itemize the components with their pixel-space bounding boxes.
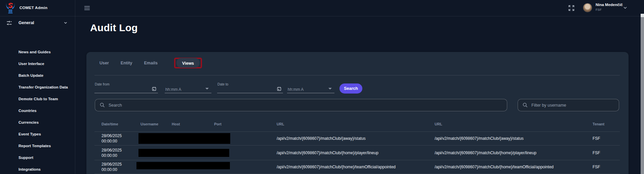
cell-tenant: FSF bbox=[593, 165, 600, 169]
tab-views-label: Views bbox=[182, 61, 194, 66]
cell-date-time: 28/06/202500:00:00 bbox=[102, 162, 122, 172]
col-username: Username bbox=[140, 122, 158, 126]
tab-views[interactable]: Views bbox=[176, 58, 200, 68]
date-to-label: Date to bbox=[217, 82, 228, 86]
sidebar-item-demote-club-to-team[interactable]: Demote Club to Team bbox=[0, 93, 75, 105]
redacted-username-host bbox=[136, 162, 230, 169]
tab-entity[interactable]: Entity bbox=[121, 61, 132, 65]
chevron-down-icon bbox=[63, 20, 68, 25]
brand-title: COMET Admin bbox=[19, 6, 47, 10]
sidebar-item-user-interface[interactable]: User Interface bbox=[0, 58, 75, 70]
date-to-field[interactable]: Date to bbox=[217, 82, 283, 93]
cell-url: /api/v2/match/{6098607}/matchClub/{home}… bbox=[277, 151, 378, 155]
col-tenant: Tenant bbox=[593, 122, 604, 126]
sidebar-menu: News and Guides User Interface Batch Upd… bbox=[0, 46, 75, 174]
fullscreen-icon[interactable] bbox=[568, 5, 575, 11]
sidebar-item-batch-update[interactable]: Batch Update bbox=[0, 70, 75, 81]
username-filter-input[interactable] bbox=[531, 99, 616, 111]
col-port: Port bbox=[214, 122, 222, 126]
sidebar-item-transfer-organization-data[interactable]: Transfer Organization Data bbox=[0, 81, 75, 93]
search-input[interactable] bbox=[109, 99, 504, 111]
col-host: Host bbox=[172, 122, 180, 126]
cell-tenant: FSF bbox=[593, 136, 600, 141]
sidebar-item-event-types[interactable]: Event Types bbox=[0, 128, 75, 140]
redacted-username-host bbox=[138, 149, 229, 157]
dropdown-arrow-icon[interactable] bbox=[205, 88, 209, 90]
col-url: URL bbox=[277, 122, 284, 126]
app-window: COMET Admin Nina Medenčič FSF bbox=[0, 0, 644, 174]
dropdown-arrow-icon[interactable] bbox=[328, 88, 332, 90]
sidebar-item-support[interactable]: Support bbox=[0, 152, 75, 164]
tab-user[interactable]: User bbox=[99, 61, 109, 65]
tabs-divider bbox=[94, 75, 620, 75]
sidebar-item-integrations[interactable]: Integrations bbox=[0, 164, 75, 174]
search-icon bbox=[99, 102, 105, 108]
sidebar-item-report-templates[interactable]: Report Templates bbox=[0, 140, 75, 152]
page-scrollbar[interactable] bbox=[641, 14, 644, 174]
username-filter-box[interactable] bbox=[518, 99, 619, 111]
col-url-2: URL bbox=[435, 122, 442, 126]
tab-bar: User Entity Emails Views bbox=[99, 56, 202, 70]
sidebar-item-countries[interactable]: Countries bbox=[0, 105, 75, 117]
cell-tenant: FSF bbox=[593, 151, 600, 155]
sidebar: General News and Guides User Interface B… bbox=[0, 16, 75, 174]
date-from-label: Date from bbox=[95, 82, 110, 86]
tab-emails[interactable]: Emails bbox=[144, 61, 158, 65]
cell-date-time: 28/06/202500:00:00 bbox=[102, 133, 122, 144]
time-to-field[interactable] bbox=[287, 82, 334, 93]
calendar-icon[interactable] bbox=[152, 86, 157, 92]
table-header: Date/time Username Host Port URL URL Ten… bbox=[94, 119, 620, 131]
avatar[interactable] bbox=[583, 3, 592, 12]
date-from-field[interactable]: Date from bbox=[94, 82, 158, 93]
user-name: Nina Medenčič bbox=[596, 3, 623, 7]
cell-url-2: /api/v2/match/{6098607}/matchClub/{away}… bbox=[435, 136, 524, 141]
cell-url: /api/v2/match/{6098607}/matchClub/{home}… bbox=[277, 165, 396, 169]
page-title: Audit Log bbox=[90, 22, 138, 34]
user-org: FSF bbox=[596, 8, 602, 11]
cell-url-2: /api/v2/match/{6098607}/matchClub/{home}… bbox=[435, 165, 554, 169]
top-bar: COMET Admin Nina Medenčič FSF bbox=[0, 0, 644, 16]
time-from-input[interactable] bbox=[165, 87, 199, 92]
annotation-highlight-box: Views bbox=[174, 58, 202, 68]
calendar-icon[interactable] bbox=[277, 86, 282, 92]
sidebar-divider bbox=[75, 0, 75, 174]
scrollbar-thumb[interactable] bbox=[641, 17, 644, 174]
cell-url: /api/v2/match/{6098607}/matchClub/{away}… bbox=[277, 136, 366, 141]
sidebar-item-currencies[interactable]: Currencies bbox=[0, 117, 75, 128]
menu-icon[interactable] bbox=[84, 5, 90, 11]
search-icon bbox=[522, 102, 528, 108]
chevron-down-icon[interactable] bbox=[622, 5, 628, 10]
sidebar-section-label: General bbox=[18, 20, 34, 25]
comet-logo-icon bbox=[5, 2, 16, 14]
cell-date-time: 28/06/202500:00:00 bbox=[102, 148, 122, 158]
col-date-time: Date/time bbox=[102, 122, 118, 126]
table-row[interactable]: 28/06/202500:00:00 /api/v2/match/{609860… bbox=[94, 160, 620, 174]
scrollbar-cap bbox=[641, 14, 644, 17]
table-row[interactable]: 28/06/202500:00:00 /api/v2/match/{609860… bbox=[94, 131, 620, 145]
search-box[interactable] bbox=[95, 99, 507, 111]
sidebar-item-news-and-guides[interactable]: News and Guides bbox=[0, 46, 75, 58]
audit-log-card: User Entity Emails Views Date from bbox=[86, 52, 629, 174]
time-from-field[interactable] bbox=[165, 82, 211, 93]
time-to-input[interactable] bbox=[288, 87, 321, 92]
sidebar-section-general[interactable]: General bbox=[0, 19, 75, 27]
tune-icon bbox=[6, 20, 12, 26]
table-row[interactable]: 28/06/202500:00:00 /api/v2/match/{609860… bbox=[94, 145, 620, 160]
cell-url-2: /api/v2/match/{6098607}/matchClub/{home}… bbox=[435, 151, 536, 155]
search-button[interactable]: Search bbox=[339, 83, 362, 94]
redacted-username-host bbox=[138, 133, 230, 144]
